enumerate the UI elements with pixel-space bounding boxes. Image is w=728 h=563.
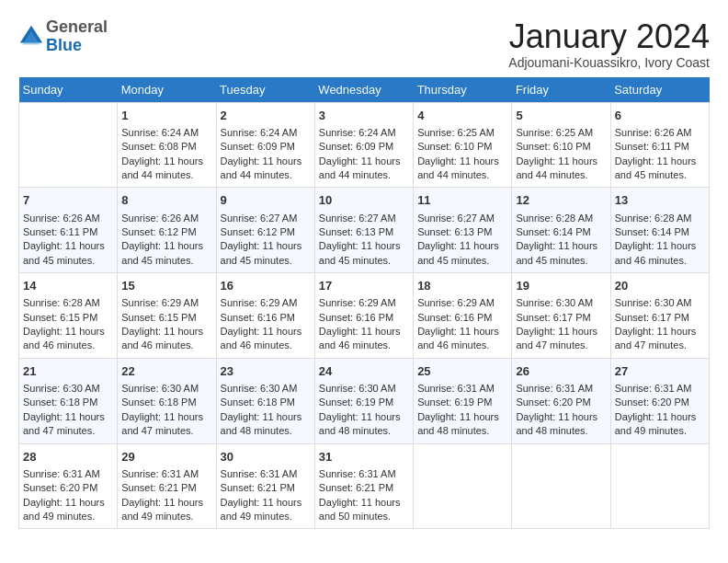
calendar-week-row: 14Sunrise: 6:28 AMSunset: 6:15 PMDayligh… bbox=[19, 273, 710, 359]
sunrise-text: Sunrise: 6:28 AM bbox=[516, 213, 593, 224]
day-number: 8 bbox=[121, 192, 211, 209]
sunrise-text: Sunrise: 6:30 AM bbox=[23, 383, 100, 394]
sunset-text: Sunset: 6:13 PM bbox=[417, 226, 492, 237]
day-number: 27 bbox=[615, 363, 705, 380]
sunset-text: Sunset: 6:19 PM bbox=[319, 396, 393, 408]
calendar-table: SundayMondayTuesdayWednesdayThursdayFrid… bbox=[18, 77, 710, 530]
day-number: 17 bbox=[319, 278, 409, 294]
calendar-cell: 31Sunrise: 6:31 AMSunset: 6:21 PMDayligh… bbox=[314, 443, 413, 529]
sunrise-text: Sunrise: 6:27 AM bbox=[221, 213, 298, 224]
calendar-cell: 13Sunrise: 6:28 AMSunset: 6:14 PMDayligh… bbox=[610, 188, 709, 273]
calendar-cell: 20Sunrise: 6:30 AMSunset: 6:17 PMDayligh… bbox=[610, 273, 709, 359]
daylight-text: Daylight: 11 hours and 47 minutes. bbox=[121, 411, 203, 436]
daylight-text: Daylight: 11 hours and 50 minutes. bbox=[319, 497, 401, 522]
calendar-cell: 16Sunrise: 6:29 AMSunset: 6:16 PMDayligh… bbox=[216, 273, 314, 359]
sunset-text: Sunset: 6:09 PM bbox=[319, 141, 393, 152]
sunset-text: Sunset: 6:18 PM bbox=[23, 396, 97, 408]
sunset-text: Sunset: 6:11 PM bbox=[23, 226, 97, 237]
calendar-week-row: 28Sunrise: 6:31 AMSunset: 6:20 PMDayligh… bbox=[19, 443, 710, 529]
sunset-text: Sunset: 6:18 PM bbox=[221, 396, 295, 408]
day-number: 31 bbox=[319, 449, 409, 465]
calendar-cell: 27Sunrise: 6:31 AMSunset: 6:20 PMDayligh… bbox=[610, 358, 709, 443]
daylight-text: Daylight: 11 hours and 45 minutes. bbox=[417, 240, 499, 265]
calendar-cell: 12Sunrise: 6:28 AMSunset: 6:14 PMDayligh… bbox=[512, 188, 610, 273]
calendar-cell: 15Sunrise: 6:29 AMSunset: 6:15 PMDayligh… bbox=[118, 273, 216, 359]
daylight-text: Daylight: 11 hours and 45 minutes. bbox=[615, 155, 697, 180]
day-number: 30 bbox=[221, 449, 311, 465]
sunrise-text: Sunrise: 6:31 AM bbox=[319, 468, 396, 479]
calendar-cell: 26Sunrise: 6:31 AMSunset: 6:20 PMDayligh… bbox=[512, 358, 610, 443]
day-number: 29 bbox=[121, 449, 211, 465]
sunrise-text: Sunrise: 6:28 AM bbox=[615, 213, 692, 224]
day-number: 3 bbox=[319, 108, 409, 124]
day-number: 12 bbox=[516, 192, 606, 209]
sunrise-text: Sunrise: 6:26 AM bbox=[121, 213, 199, 224]
calendar-cell: 23Sunrise: 6:30 AMSunset: 6:18 PMDayligh… bbox=[216, 358, 314, 443]
sunset-text: Sunset: 6:10 PM bbox=[516, 141, 590, 152]
weekday-header: Monday bbox=[118, 77, 216, 103]
calendar-week-row: 21Sunrise: 6:30 AMSunset: 6:18 PMDayligh… bbox=[19, 358, 710, 443]
day-number: 19 bbox=[516, 278, 606, 294]
calendar-cell: 25Sunrise: 6:31 AMSunset: 6:19 PMDayligh… bbox=[414, 358, 512, 443]
location-subtitle: Adjoumani-Kouassikro, Ivory Coast bbox=[508, 55, 710, 70]
sunset-text: Sunset: 6:12 PM bbox=[221, 226, 295, 237]
calendar-week-row: 7Sunrise: 6:26 AMSunset: 6:11 PMDaylight… bbox=[19, 188, 710, 273]
calendar-cell: 8Sunrise: 6:26 AMSunset: 6:12 PMDaylight… bbox=[118, 188, 216, 273]
calendar-cell bbox=[512, 443, 610, 529]
calendar-cell: 19Sunrise: 6:30 AMSunset: 6:17 PMDayligh… bbox=[512, 273, 610, 359]
sunset-text: Sunset: 6:15 PM bbox=[121, 312, 196, 323]
sunrise-text: Sunrise: 6:28 AM bbox=[23, 297, 100, 308]
sunrise-text: Sunrise: 6:26 AM bbox=[615, 127, 692, 138]
daylight-text: Daylight: 11 hours and 46 minutes. bbox=[221, 326, 302, 350]
daylight-text: Daylight: 11 hours and 45 minutes. bbox=[23, 240, 105, 265]
day-number: 4 bbox=[417, 108, 507, 124]
calendar-cell bbox=[19, 102, 118, 188]
sunset-text: Sunset: 6:20 PM bbox=[23, 482, 97, 493]
day-number: 5 bbox=[516, 108, 606, 124]
sunrise-text: Sunrise: 6:30 AM bbox=[516, 297, 593, 308]
calendar-cell: 3Sunrise: 6:24 AMSunset: 6:09 PMDaylight… bbox=[314, 102, 413, 188]
sunrise-text: Sunrise: 6:30 AM bbox=[121, 383, 199, 394]
weekday-header: Tuesday bbox=[216, 77, 314, 103]
sunset-text: Sunset: 6:17 PM bbox=[615, 312, 689, 323]
sunset-text: Sunset: 6:19 PM bbox=[417, 396, 492, 408]
daylight-text: Daylight: 11 hours and 47 minutes. bbox=[23, 411, 105, 436]
daylight-text: Daylight: 11 hours and 44 minutes. bbox=[319, 155, 401, 180]
sunrise-text: Sunrise: 6:31 AM bbox=[221, 468, 298, 479]
weekday-header: Wednesday bbox=[314, 77, 413, 103]
sunset-text: Sunset: 6:12 PM bbox=[121, 226, 196, 237]
daylight-text: Daylight: 11 hours and 49 minutes. bbox=[23, 497, 105, 522]
weekday-header: Saturday bbox=[610, 77, 709, 103]
calendar-cell: 22Sunrise: 6:30 AMSunset: 6:18 PMDayligh… bbox=[118, 358, 216, 443]
day-number: 18 bbox=[417, 278, 507, 294]
sunrise-text: Sunrise: 6:29 AM bbox=[319, 297, 396, 308]
calendar-cell: 14Sunrise: 6:28 AMSunset: 6:15 PMDayligh… bbox=[19, 273, 118, 359]
sunrise-text: Sunrise: 6:31 AM bbox=[615, 383, 692, 394]
sunrise-text: Sunrise: 6:25 AM bbox=[417, 127, 495, 138]
calendar-cell: 9Sunrise: 6:27 AMSunset: 6:12 PMDaylight… bbox=[216, 188, 314, 273]
day-number: 24 bbox=[319, 363, 409, 380]
day-number: 26 bbox=[516, 363, 606, 380]
sunrise-text: Sunrise: 6:30 AM bbox=[221, 383, 298, 394]
calendar-cell: 4Sunrise: 6:25 AMSunset: 6:10 PMDaylight… bbox=[414, 102, 512, 188]
daylight-text: Daylight: 11 hours and 45 minutes. bbox=[516, 240, 597, 265]
sunrise-text: Sunrise: 6:31 AM bbox=[417, 383, 495, 394]
sunset-text: Sunset: 6:16 PM bbox=[417, 312, 492, 323]
calendar-week-row: 1Sunrise: 6:24 AMSunset: 6:08 PMDaylight… bbox=[19, 102, 710, 188]
sunset-text: Sunset: 6:14 PM bbox=[615, 226, 689, 237]
calendar-cell: 28Sunrise: 6:31 AMSunset: 6:20 PMDayligh… bbox=[19, 443, 118, 529]
daylight-text: Daylight: 11 hours and 47 minutes. bbox=[615, 326, 697, 350]
sunrise-text: Sunrise: 6:31 AM bbox=[121, 468, 199, 479]
calendar-cell: 29Sunrise: 6:31 AMSunset: 6:21 PMDayligh… bbox=[118, 443, 216, 529]
daylight-text: Daylight: 11 hours and 45 minutes. bbox=[121, 240, 203, 265]
daylight-text: Daylight: 11 hours and 46 minutes. bbox=[615, 240, 697, 265]
day-number: 21 bbox=[23, 363, 113, 380]
sunset-text: Sunset: 6:16 PM bbox=[319, 312, 393, 323]
day-number: 22 bbox=[121, 363, 211, 380]
sunrise-text: Sunrise: 6:31 AM bbox=[23, 468, 100, 479]
daylight-text: Daylight: 11 hours and 48 minutes. bbox=[221, 411, 302, 436]
daylight-text: Daylight: 11 hours and 45 minutes. bbox=[319, 240, 401, 265]
day-number: 16 bbox=[221, 278, 311, 294]
calendar-cell: 30Sunrise: 6:31 AMSunset: 6:21 PMDayligh… bbox=[216, 443, 314, 529]
daylight-text: Daylight: 11 hours and 45 minutes. bbox=[221, 240, 302, 265]
